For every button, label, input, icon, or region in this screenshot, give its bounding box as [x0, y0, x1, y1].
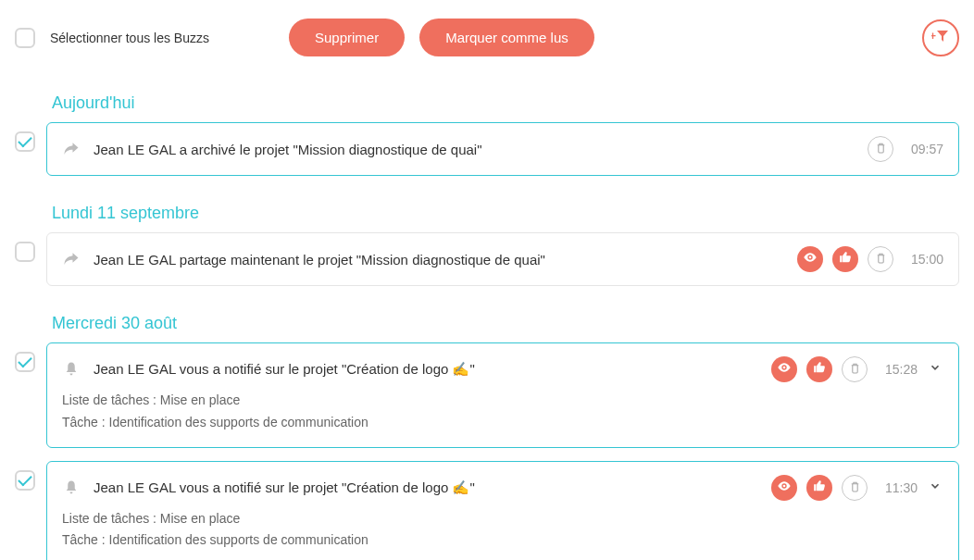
trash-icon: [875, 141, 887, 157]
card-title: Jean LE GAL partage maintenant le projet…: [94, 252, 784, 268]
timestamp: 15:00: [903, 252, 943, 267]
section-title: Aujourd'hui: [52, 93, 959, 113]
delete-item-button[interactable]: [868, 246, 893, 272]
section-title: Mercredi 30 août: [52, 314, 959, 333]
mark-read-button[interactable]: Marquer comme lus: [419, 19, 594, 56]
card-body-line: Tâche : Identification des supports de c…: [62, 412, 943, 434]
delete-item-button[interactable]: [842, 356, 868, 382]
item-checkbox[interactable]: [15, 470, 35, 491]
action-icons: 15:28: [771, 356, 943, 382]
select-all-label: Sélectionner tous les Buzzs: [50, 31, 209, 45]
like-button[interactable]: [832, 246, 858, 272]
expand-toggle[interactable]: [927, 361, 943, 378]
notification-card[interactable]: Jean LE GAL a archivé le projet "Mission…: [46, 122, 959, 176]
eye-icon: [777, 479, 792, 497]
filter-button[interactable]: +: [922, 19, 959, 56]
timestamp: 15:28: [877, 362, 918, 377]
notification-card[interactable]: Jean LE GAL vous a notifié sur le projet…: [46, 342, 959, 448]
card-title: Jean LE GAL vous a notifié sur le projet…: [94, 479, 758, 496]
chevron-down-icon: [929, 479, 942, 496]
share-icon: [62, 140, 81, 158]
like-button[interactable]: [806, 356, 832, 382]
section: Mercredi 30 aoûtJean LE GAL vous a notif…: [15, 314, 959, 560]
toolbar: Sélectionner tous les Buzzs Supprimer Ma…: [15, 19, 959, 56]
eye-icon: [777, 360, 792, 379]
card-header: Jean LE GAL vous a notifié sur le projet…: [62, 356, 943, 382]
section-title: Lundi 11 septembre: [52, 204, 959, 223]
action-icons: 09:57: [868, 136, 943, 162]
eye-icon: [803, 250, 818, 268]
thumbs-up-icon: [839, 251, 852, 268]
delete-button[interactable]: Supprimer: [289, 19, 405, 56]
list-item: Jean LE GAL vous a notifié sur le projet…: [15, 342, 959, 448]
share-icon: [62, 250, 81, 268]
chevron-down-icon: [929, 361, 942, 378]
action-icons: 15:00: [797, 246, 943, 272]
thumbs-up-icon: [813, 479, 826, 496]
like-button[interactable]: [806, 475, 832, 501]
section: Lundi 11 septembreJean LE GAL partage ma…: [15, 204, 959, 286]
thumbs-up-icon: [813, 361, 826, 378]
delete-item-button[interactable]: [842, 475, 868, 501]
view-button[interactable]: [771, 356, 797, 382]
list-item: Jean LE GAL a archivé le projet "Mission…: [15, 122, 959, 176]
list-item: Jean LE GAL vous a notifié sur le projet…: [15, 461, 959, 560]
list-item: Jean LE GAL partage maintenant le projet…: [15, 232, 959, 286]
view-button[interactable]: [797, 246, 823, 272]
card-body: Liste de tâches : Mise en placeTâche : I…: [62, 508, 943, 553]
card-title: Jean LE GAL a archivé le projet "Mission…: [94, 142, 855, 157]
svg-text:+: +: [931, 30, 936, 43]
delete-item-button[interactable]: [868, 136, 893, 162]
card-header: Jean LE GAL a archivé le projet "Mission…: [62, 136, 943, 162]
bell-icon: [62, 360, 81, 379]
item-checkbox[interactable]: [15, 131, 35, 152]
card-header: Jean LE GAL partage maintenant le projet…: [62, 246, 943, 272]
notification-card[interactable]: Jean LE GAL partage maintenant le projet…: [46, 232, 959, 286]
card-title: Jean LE GAL vous a notifié sur le projet…: [94, 361, 758, 378]
card-body-line: Tâche : Identification des supports de c…: [62, 529, 943, 552]
timestamp: 09:57: [903, 142, 943, 156]
card-body: Liste de tâches : Mise en placeTâche : I…: [62, 390, 943, 434]
view-button[interactable]: [771, 475, 797, 501]
card-body-line: Liste de tâches : Mise en place: [62, 508, 943, 530]
select-all-checkbox[interactable]: [15, 28, 35, 48]
expand-toggle[interactable]: [927, 479, 943, 496]
trash-icon: [849, 479, 861, 496]
svg-point-3: [783, 484, 786, 487]
notification-card[interactable]: Jean LE GAL vous a notifié sur le projet…: [46, 461, 959, 560]
svg-point-1: [809, 256, 812, 259]
action-icons: 11:30: [771, 475, 943, 501]
item-checkbox[interactable]: [15, 242, 35, 262]
card-body-line: Liste de tâches : Mise en place: [62, 390, 943, 412]
trash-icon: [849, 361, 861, 378]
trash-icon: [875, 251, 887, 268]
svg-point-2: [783, 367, 786, 369]
section: Aujourd'huiJean LE GAL a archivé le proj…: [15, 93, 959, 176]
bell-icon: [62, 479, 81, 497]
filter-icon: +: [931, 30, 950, 46]
timestamp: 11:30: [877, 480, 918, 495]
card-header: Jean LE GAL vous a notifié sur le projet…: [62, 475, 943, 501]
item-checkbox[interactable]: [15, 352, 35, 372]
